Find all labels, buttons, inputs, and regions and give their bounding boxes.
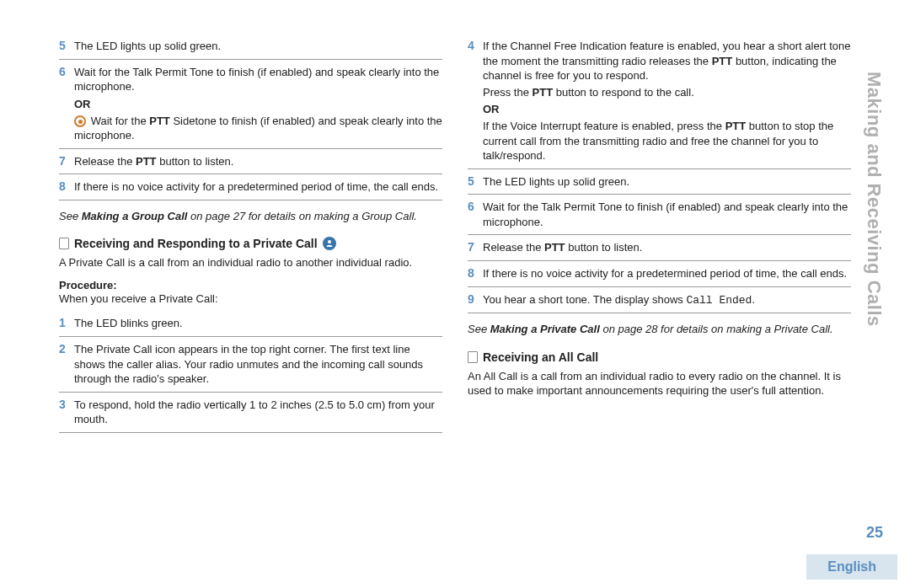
step-num: 6 [59, 59, 74, 148]
step-list-2: 1 The LED blinks green. 2 The Private Ca… [59, 311, 442, 432]
mono-text: Call Ended [686, 294, 752, 307]
ptt-icon [74, 115, 86, 127]
bold: PTT [725, 120, 747, 132]
person-icon [323, 237, 336, 250]
bold: PTT [544, 241, 565, 254]
text: Press the [483, 86, 533, 99]
text: button to listen. [565, 241, 643, 254]
or-label: OR [483, 103, 851, 115]
section-intro: An All Call is a call from an individual… [468, 369, 851, 398]
step-line: Wait for the Talk Permit Tone to finish … [74, 65, 442, 94]
language-label: English [806, 554, 897, 580]
step-num: 7 [59, 148, 74, 174]
right-column: 4 If the Channel Free Indication feature… [468, 34, 851, 433]
step-num: 7 [468, 235, 483, 261]
bold: Making a Private Call [490, 323, 600, 335]
text: . [752, 293, 755, 306]
step-num: 5 [468, 168, 483, 195]
step-text: The Private Call icon appears in the top… [74, 337, 442, 393]
section-intro: A Private Call is a call from an individ… [59, 255, 442, 270]
section-heading-private-call: Receiving and Responding to a Private Ca… [59, 237, 442, 250]
step-text: If the Channel Free Indication feature i… [483, 34, 851, 168]
document-icon [59, 238, 69, 249]
step-text: Release the PTT button to listen. [483, 235, 851, 261]
step-num: 8 [59, 174, 74, 200]
text: You hear a short tone. The display shows [483, 293, 686, 306]
step-text: The LED lights up solid green. [74, 34, 442, 59]
chapter-title-vertical: Making and Receiving Calls [863, 72, 885, 327]
step-text: The LED lights up solid green. [483, 168, 851, 195]
text: If the Voice Interrupt feature is enable… [483, 120, 725, 132]
step-num: 9 [468, 286, 483, 313]
step-text: Wait for the Talk Permit Tone to finish … [483, 195, 851, 235]
bold: PTT [149, 115, 170, 127]
bold: PTT [533, 86, 554, 99]
cross-ref-note: See Making a Private Call on page 28 for… [468, 322, 851, 337]
text: See [59, 210, 82, 222]
step-list-1: 5 The LED lights up solid green. 6 Wait … [59, 34, 442, 200]
cross-ref-note: See Making a Group Call on page 27 for d… [59, 209, 442, 224]
step-text: To respond, hold the radio vertically 1 … [74, 392, 442, 432]
step-num: 5 [59, 34, 74, 59]
text: Wait for the [91, 115, 150, 127]
step-num: 3 [59, 392, 74, 432]
procedure-label: Procedure: [59, 279, 442, 291]
text: on page 27 for details on making a Group… [187, 210, 416, 222]
heading-text: Receiving and Responding to a Private Ca… [74, 237, 318, 250]
text: on page 28 for details on making a Priva… [600, 323, 833, 335]
document-icon [468, 351, 478, 363]
section-heading-all-call: Receiving an All Call [468, 350, 851, 364]
step-text: Wait for the Talk Permit Tone to finish … [74, 59, 442, 148]
step-line: If the Channel Free Indication feature i… [483, 39, 851, 83]
left-column: 5 The LED lights up solid green. 6 Wait … [59, 34, 442, 433]
bold: PTT [712, 55, 733, 67]
heading-text: Receiving an All Call [483, 350, 598, 364]
bold: Making a Group Call [82, 210, 188, 222]
step-list-3: 4 If the Channel Free Indication feature… [468, 34, 851, 313]
procedure-text: When you receive a Private Call: [59, 291, 442, 307]
step-num: 8 [468, 261, 483, 287]
step-num: 2 [59, 337, 74, 393]
or-label: OR [74, 98, 442, 110]
step-num: 1 [59, 311, 74, 336]
step-line: Press the PTT button to respond to the c… [483, 85, 851, 100]
text: button to listen. [157, 155, 234, 168]
step-text: Release the PTT button to listen. [74, 148, 442, 174]
page-number: 25 [866, 524, 883, 542]
bold: PTT [136, 155, 157, 168]
step-num: 6 [468, 195, 483, 235]
step-line: If the Voice Interrupt feature is enable… [483, 119, 851, 163]
text: Release the [74, 155, 136, 168]
text: Release the [483, 241, 544, 254]
text: button to respond to the call. [553, 86, 694, 99]
step-num: 4 [468, 34, 483, 168]
svg-point-0 [328, 240, 331, 243]
step-text: If there is no voice activity for a pred… [483, 261, 851, 287]
step-text: The LED blinks green. [74, 311, 442, 336]
step-line: Wait for the PTT Sidetone to finish (if … [74, 114, 442, 143]
step-text: You hear a short tone. The display shows… [483, 286, 851, 313]
step-text: If there is no voice activity for a pred… [74, 174, 442, 200]
text: See [468, 323, 490, 335]
